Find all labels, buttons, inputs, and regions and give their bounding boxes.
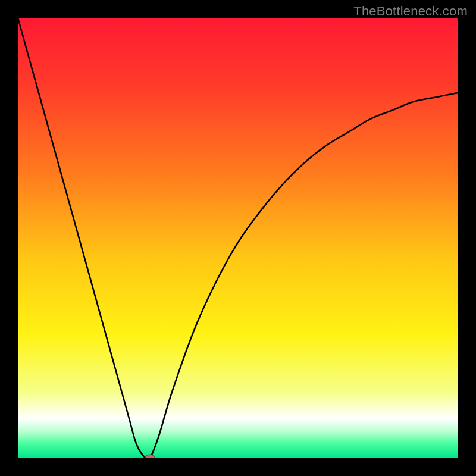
chart-plot-area [18, 18, 458, 458]
gradient-background [18, 18, 458, 458]
attribution-text: TheBottleneck.com [353, 4, 468, 19]
outer-frame: TheBottleneck.com [0, 0, 476, 476]
bottleneck-chart [18, 18, 458, 458]
